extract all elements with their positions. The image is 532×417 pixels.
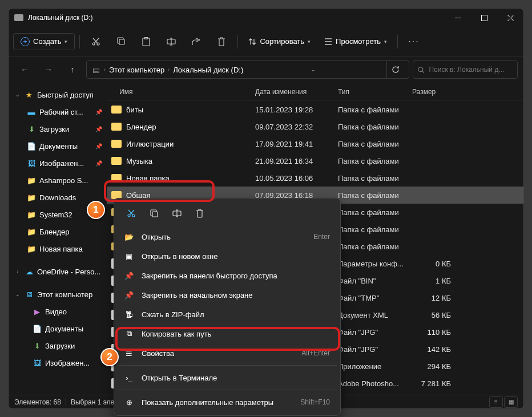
- paste-button[interactable]: [135, 31, 158, 52]
- table-row[interactable]: Блендер09.07.2023 22:32Папка с файлами: [107, 118, 523, 135]
- sidebar-videos[interactable]: ▶Видео: [9, 303, 107, 320]
- ctx-delete-button[interactable]: [190, 204, 210, 222]
- sidebar-thispc[interactable]: ⌄🖥Этот компьютер: [9, 286, 107, 303]
- file-date: 21.09.2021 16:34: [255, 157, 338, 165]
- ctx-more[interactable]: ⊕Показать дополнительные параметрыShift+…: [118, 392, 337, 412]
- refresh-button[interactable]: [386, 61, 404, 78]
- maximize-button[interactable]: [471, 9, 497, 27]
- sidebar-downloads3[interactable]: ⬇Загрузки: [9, 337, 107, 354]
- sidebar-newfolder[interactable]: 📁Новая папка: [9, 240, 107, 257]
- file-size: 56 КБ: [412, 311, 458, 319]
- more-button[interactable]: ···: [402, 31, 425, 52]
- file-date: 09.07.2023 22:32: [255, 123, 338, 131]
- share-button[interactable]: [185, 31, 208, 52]
- separator: [79, 35, 80, 48]
- sidebar-downloads[interactable]: ⬇Загрузки📌: [9, 120, 107, 137]
- sidebar-pictures[interactable]: 🖼Изображен...📌: [9, 155, 107, 172]
- create-button[interactable]: + Создать ▾: [13, 33, 75, 50]
- sidebar-documents2[interactable]: 📄Документы: [9, 320, 107, 337]
- desktop-icon: ▬: [27, 107, 36, 116]
- chevron-down-icon: ⌄: [14, 292, 21, 297]
- forward-button[interactable]: →: [38, 60, 59, 79]
- svg-point-9: [128, 214, 130, 217]
- table-row[interactable]: Музыка21.09.2021 16:34Папка с файлами: [107, 152, 523, 169]
- ctx-pin-start[interactable]: 📌Закрепить на начальном экране: [118, 285, 337, 305]
- toolbar: + Создать ▾ Сортировать ▾: [9, 27, 523, 56]
- cloud-icon: ☁: [25, 267, 34, 276]
- thumbnails-view-button[interactable]: ▦: [504, 396, 518, 408]
- details-view-button[interactable]: ≡: [489, 396, 503, 408]
- ctx-rename-button[interactable]: [167, 204, 187, 222]
- sidebar-ashampoo[interactable]: 📁Ashampoo S...: [9, 172, 107, 189]
- titlebar: Локальный диск (D:): [9, 9, 523, 27]
- copy-button[interactable]: [110, 31, 132, 52]
- address-bar[interactable]: 🖴 › Этот компьютер › Локальный диск (D:)…: [86, 60, 409, 79]
- star-icon: ★: [25, 90, 34, 99]
- annotation-badge-1: 1: [87, 201, 105, 219]
- ctx-pin-quick[interactable]: 📌Закрепить на панели быстрого доступа: [118, 266, 337, 285]
- sidebar-quick-access[interactable]: ⌄★Быстрый доступ: [9, 86, 107, 103]
- sidebar-documents[interactable]: 📄Документы📌: [9, 137, 107, 155]
- picture-icon: 🖼: [27, 159, 36, 168]
- column-size[interactable]: Размер: [412, 88, 458, 96]
- column-date[interactable]: Дата изменения: [255, 88, 338, 96]
- document-icon: 📄: [33, 324, 42, 333]
- file-type: Файл "TMP": [338, 294, 412, 302]
- item-count: Элементов: 68: [14, 398, 61, 406]
- file-type: Папка с файлами: [338, 157, 412, 165]
- folder-icon: [111, 157, 122, 165]
- ctx-zip[interactable]: 🗜Сжать в ZIP-файл: [118, 305, 337, 324]
- drive-icon: [14, 14, 23, 21]
- folder-icon: 📁: [27, 176, 36, 185]
- close-button[interactable]: [497, 9, 523, 27]
- file-size: 0 КБ: [412, 260, 458, 268]
- sidebar-pictures2[interactable]: 🖼Изображен...: [9, 354, 107, 371]
- separator: [118, 390, 337, 390]
- svg-rect-1: [481, 15, 487, 21]
- file-size: 12 КБ: [412, 294, 458, 302]
- ctx-cut-button[interactable]: [121, 204, 142, 222]
- svg-point-10: [132, 214, 135, 217]
- folder-icon: 📁: [27, 210, 36, 219]
- chevron-down-icon[interactable]: ⌄: [309, 67, 321, 72]
- sort-button[interactable]: Сортировать ▾: [243, 34, 316, 49]
- breadcrumb-current[interactable]: Локальный диск (D:): [173, 66, 243, 74]
- folder-icon: 📁: [27, 244, 36, 253]
- minimize-button[interactable]: [445, 9, 471, 27]
- svg-point-8: [418, 67, 423, 71]
- column-type[interactable]: Тип: [338, 88, 412, 96]
- file-type: Приложение: [338, 362, 412, 371]
- table-row[interactable]: Иллюстрации17.09.2021 19:41Папка с файла…: [107, 135, 523, 152]
- view-button[interactable]: Просмотреть ▾: [319, 34, 393, 49]
- column-name[interactable]: Имя: [107, 88, 255, 96]
- sidebar-blender[interactable]: 📁Блендер: [9, 223, 107, 240]
- search-input[interactable]: [429, 66, 513, 74]
- ctx-open[interactable]: 📂ОткрытьEnter: [118, 227, 337, 246]
- back-button[interactable]: ←: [14, 60, 35, 79]
- delete-button[interactable]: [210, 31, 233, 52]
- sidebar-desktop[interactable]: ▬Рабочий ст...📌: [9, 103, 107, 120]
- annotation-badge-2: 2: [100, 348, 119, 366]
- picture-icon: 🖼: [33, 358, 42, 367]
- folder-icon: 📂: [124, 232, 134, 241]
- ctx-terminal[interactable]: ›_Открыть в Терминале: [118, 368, 337, 387]
- table-row[interactable]: биты15.01.2023 19:28Папка с файлами: [107, 101, 523, 118]
- folder-icon: 📁: [27, 193, 36, 202]
- ctx-copy-button[interactable]: [144, 204, 164, 222]
- copy-icon: ⧉: [124, 329, 134, 338]
- sidebar-onedrive[interactable]: ›☁OneDrive - Perso...: [9, 263, 107, 280]
- ctx-open-new[interactable]: ▣Открыть в новом окне: [118, 246, 337, 266]
- window-icon: ▣: [124, 252, 134, 261]
- file-name: Новая папка: [126, 174, 170, 183]
- cut-button[interactable]: [84, 31, 107, 52]
- svg-point-3: [97, 43, 99, 45]
- up-button[interactable]: ↑: [62, 60, 83, 79]
- table-row[interactable]: Новая папка10.05.2023 16:06Папка с файла…: [107, 169, 523, 187]
- breadcrumb-root[interactable]: Этот компьютер: [109, 66, 164, 74]
- rename-button[interactable]: [160, 31, 183, 52]
- search-box[interactable]: [413, 60, 518, 79]
- file-type: Параметры конф...: [338, 260, 412, 268]
- ctx-properties[interactable]: ☰СвойстваAlt+Enter: [118, 343, 337, 363]
- ctx-copy-path[interactable]: ⧉Копировать как путь: [118, 324, 337, 343]
- file-type: Папка с файлами: [338, 208, 412, 217]
